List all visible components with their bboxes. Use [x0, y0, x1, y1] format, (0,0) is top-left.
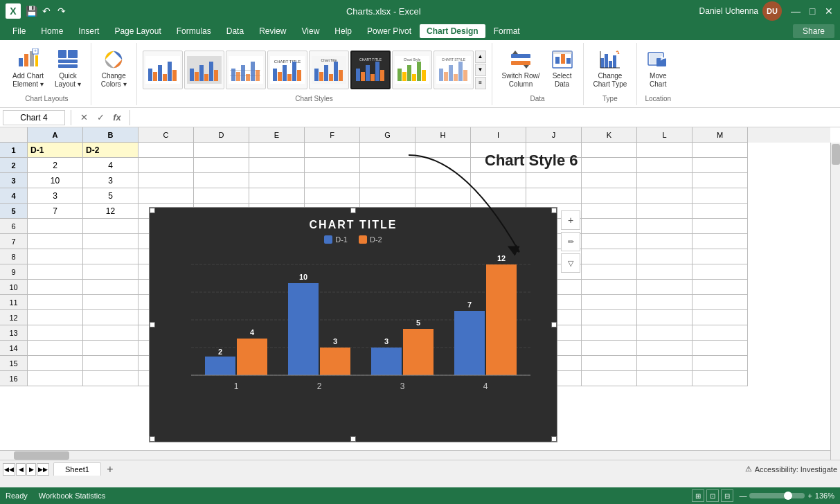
cell-row14-col11[interactable] [637, 341, 692, 356]
cell-C2[interactable] [138, 158, 194, 173]
cell-D3[interactable] [194, 173, 249, 188]
col-header-E[interactable]: E [249, 127, 305, 143]
cell-row9-col11[interactable] [637, 264, 692, 280]
tab-back-btn[interactable]: ◀ [16, 463, 26, 476]
select-data-button[interactable]: SelectData [547, 46, 578, 91]
cell-row16-col11[interactable] [637, 371, 692, 386]
maximize-btn[interactable]: □ [807, 6, 818, 17]
cell-C4[interactable] [138, 188, 194, 204]
menu-file[interactable]: File [6, 24, 33, 38]
cell-H2[interactable] [415, 158, 471, 173]
change-colors-button[interactable]: ChangeColors ▾ [97, 46, 131, 91]
cell-L2[interactable] [637, 158, 692, 173]
cell-row11-col1[interactable] [83, 295, 138, 310]
cell-L3[interactable] [637, 173, 692, 188]
cell-A2[interactable]: 2 [28, 158, 83, 173]
cell-row8-col10[interactable] [582, 249, 637, 264]
handle-bottom-left[interactable] [150, 436, 155, 442]
menu-home[interactable]: Home [34, 24, 70, 38]
col-header-J[interactable]: J [526, 127, 582, 143]
cell-row9-col10[interactable] [582, 264, 637, 280]
minimize-btn[interactable]: — [790, 6, 801, 17]
chart-styles-button[interactable]: ✏ [561, 232, 580, 251]
cell-row10-col12[interactable] [692, 280, 748, 295]
cell-L5[interactable] [637, 204, 692, 219]
cell-H1[interactable] [415, 143, 471, 158]
tab-fwd-btn[interactable]: ▶ [26, 463, 36, 476]
col-header-D[interactable]: D [194, 127, 249, 143]
cell-I1[interactable] [471, 143, 526, 158]
cell-row10-col0[interactable] [28, 280, 83, 295]
cell-B3[interactable]: 3 [83, 173, 138, 188]
cell-I2[interactable] [471, 158, 526, 173]
handle-top-right[interactable] [551, 208, 557, 213]
chart-style-2[interactable] [184, 51, 224, 89]
cell-A3[interactable]: 10 [28, 173, 83, 188]
cell-row16-col10[interactable] [582, 371, 637, 386]
col-header-I[interactable]: I [471, 127, 526, 143]
cell-row12-col0[interactable] [28, 310, 83, 325]
cell-row11-col0[interactable] [28, 295, 83, 310]
cell-row13-col1[interactable] [83, 325, 138, 341]
cell-row15-col1[interactable] [83, 356, 138, 371]
chart-style-5[interactable]: Chart Title [309, 51, 349, 89]
cell-K1[interactable] [582, 143, 637, 158]
cell-F4[interactable] [305, 188, 360, 204]
cell-A5[interactable]: 7 [28, 204, 83, 219]
add-chart-element-button[interactable]: + Add ChartElement ▾ [8, 46, 48, 91]
cell-J1[interactable] [526, 143, 582, 158]
zoom-thumb[interactable] [784, 492, 792, 500]
col-header-K[interactable]: K [582, 127, 637, 143]
row-header-13[interactable]: 13 [0, 325, 28, 341]
cell-row10-col11[interactable] [637, 280, 692, 295]
cell-row8-col0[interactable] [28, 249, 83, 264]
cell-H4[interactable] [415, 188, 471, 204]
chart-style-4[interactable]: CHART TITLE [267, 51, 307, 89]
close-btn[interactable]: ✕ [823, 6, 834, 17]
menu-formulas[interactable]: Formulas [170, 24, 218, 38]
cell-row6-col10[interactable] [582, 219, 637, 234]
row-header-5[interactable]: 5 [0, 204, 28, 219]
row-header-10[interactable]: 10 [0, 280, 28, 295]
cell-row9-col12[interactable] [692, 264, 748, 280]
cell-G2[interactable] [360, 158, 415, 173]
row-header-3[interactable]: 3 [0, 173, 28, 188]
chart-style-1[interactable] [143, 51, 183, 89]
menu-power-pivot[interactable]: Power Pivot [360, 24, 418, 38]
cell-row8-col11[interactable] [637, 249, 692, 264]
gallery-scroll-up[interactable]: ▲ [475, 51, 486, 63]
chart-style-7[interactable]: Chart Style [392, 51, 432, 89]
cell-row6-col12[interactable] [692, 219, 748, 234]
redo-icon[interactable]: ↷ [55, 5, 68, 17]
switch-row-column-button[interactable]: Switch Row/Column [498, 46, 544, 91]
row-header-1[interactable]: 1 [0, 143, 28, 158]
cell-row16-col1[interactable] [83, 371, 138, 386]
chart-elements-button[interactable]: + [561, 210, 580, 230]
chart-style-3[interactable] [226, 51, 266, 89]
cell-F3[interactable] [305, 173, 360, 188]
col-header-C[interactable]: C [138, 127, 194, 143]
save-icon[interactable]: 💾 [25, 5, 37, 17]
menu-review[interactable]: Review [252, 24, 293, 38]
cell-row9-col0[interactable] [28, 264, 83, 280]
accessibility-bar[interactable]: ⚠ Accessibility: Investigate [745, 465, 837, 474]
col-header-M[interactable]: M [692, 127, 748, 143]
cell-D4[interactable] [194, 188, 249, 204]
move-chart-button[interactable]: MoveChart [643, 46, 673, 91]
cell-row7-col1[interactable] [83, 234, 138, 249]
menu-page-layout[interactable]: Page Layout [107, 24, 168, 38]
menu-format[interactable]: Format [487, 24, 527, 38]
handle-middle-left[interactable] [150, 322, 155, 327]
handle-middle-right[interactable] [551, 322, 557, 327]
cell-J2[interactable] [526, 158, 582, 173]
cell-row6-col1[interactable] [83, 219, 138, 234]
row-header-9[interactable]: 9 [0, 264, 28, 280]
cell-row12-col10[interactable] [582, 310, 637, 325]
cell-row15-col12[interactable] [692, 356, 748, 371]
menu-insert[interactable]: Insert [71, 24, 106, 38]
cell-row8-col12[interactable] [692, 249, 748, 264]
cell-row13-col11[interactable] [637, 325, 692, 341]
cell-L1[interactable] [637, 143, 692, 158]
cell-C1[interactable] [138, 143, 194, 158]
cell-row15-col11[interactable] [637, 356, 692, 371]
